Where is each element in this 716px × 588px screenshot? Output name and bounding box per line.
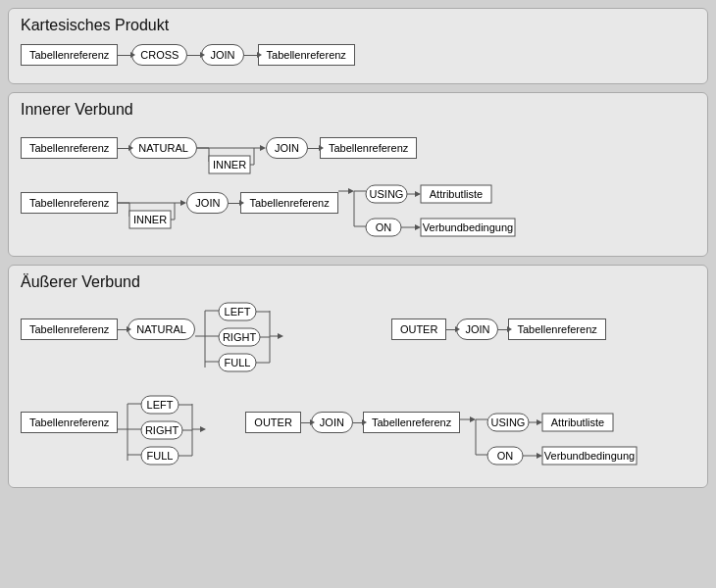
aeu1-natural: NATURAL [128, 318, 195, 340]
inn-join-1: JOIN [266, 137, 308, 159]
svg-text:RIGHT: RIGHT [223, 331, 257, 343]
section-innerer: Innerer Verbund Tabellenreferenz NATURAL… [8, 92, 708, 257]
svg-marker-19 [348, 188, 354, 194]
node-join-1: JOIN [201, 44, 243, 66]
inn2-tref-1: Tabellenreferenz [21, 192, 118, 214]
svg-text:FULL: FULL [147, 450, 174, 462]
aeu2-tref-2: Tabellenreferenz [363, 412, 460, 433]
svg-text:Verbundbedingung: Verbundbedingung [423, 221, 513, 233]
svg-marker-17 [180, 200, 186, 206]
svg-marker-75 [537, 419, 542, 425]
kartesisch-row: Tabellenreferenz CROSS JOIN Tabellenrefe… [21, 44, 695, 66]
svg-text:INNER: INNER [133, 214, 167, 225]
section-innerer-title: Innerer Verbund [21, 101, 695, 119]
svg-text:Verbundbedingung: Verbundbedingung [544, 450, 635, 462]
svg-text:FULL: FULL [224, 357, 250, 368]
inn2-join: JOIN [186, 192, 229, 214]
aeu2-tref-1: Tabellenreferenz [21, 412, 118, 433]
svg-marker-24 [415, 191, 421, 197]
svg-marker-51 [278, 333, 283, 339]
inn-natural: NATURAL [129, 137, 197, 159]
svg-text:Attributliste: Attributliste [551, 416, 604, 428]
innerer-row-1: Tabellenreferenz NATURAL INNER [21, 128, 695, 168]
aeu2-outer: OUTER [245, 412, 301, 433]
section-kartesisch: Kartesisches Produkt Tabellenreferenz CR… [8, 8, 708, 84]
aeu1-tref-1: Tabellenreferenz [21, 318, 118, 340]
node-tabellenreferenz-2: Tabellenreferenz [258, 44, 355, 66]
svg-marker-68 [200, 426, 206, 432]
svg-text:LEFT: LEFT [147, 399, 174, 411]
aeu1-outer: OUTER [391, 318, 447, 340]
svg-text:USING: USING [491, 416, 526, 428]
svg-text:LEFT: LEFT [224, 306, 250, 318]
arrow-3 [244, 55, 258, 56]
svg-marker-32 [415, 224, 421, 230]
svg-text:ON: ON [376, 221, 392, 233]
svg-text:Attributliste: Attributliste [430, 188, 483, 200]
aeu2-join: JOIN [311, 412, 353, 433]
aeusserer-row-1: Tabellenreferenz NATURAL LEFT RIGH [21, 301, 695, 382]
svg-marker-70 [470, 416, 476, 422]
svg-marker-83 [537, 453, 542, 459]
aeu1-tref-2: Tabellenreferenz [508, 318, 605, 340]
node-cross: CROSS [131, 44, 187, 66]
section-aeusserer-title: Äußerer Verbund [21, 273, 695, 291]
inn-tref-1: Tabellenreferenz [21, 137, 118, 159]
node-tabellenreferenz-1: Tabellenreferenz [21, 44, 118, 66]
arrow-2 [187, 55, 201, 56]
svg-text:ON: ON [497, 450, 514, 462]
innerer-row-2: Tabellenreferenz INNER JOIN [21, 179, 695, 240]
svg-text:USING: USING [369, 188, 403, 200]
section-kartesisch-title: Kartesisches Produkt [21, 17, 695, 34]
section-aeusserer: Äußerer Verbund Tabellenreferenz NATURAL… [8, 265, 708, 488]
svg-text:RIGHT: RIGHT [145, 424, 179, 436]
inn-inner-fork: INNER [197, 128, 266, 168]
svg-marker-8 [260, 145, 266, 151]
aeu1-join: JOIN [456, 318, 498, 340]
inn-tref-2: Tabellenreferenz [320, 137, 417, 159]
svg-text:INNER: INNER [213, 159, 246, 171]
arrow-1 [118, 55, 131, 56]
inn2-tref-2: Tabellenreferenz [240, 192, 337, 214]
aeusserer-row-2: Tabellenreferenz LEFT RIGHT FULL [21, 394, 695, 475]
